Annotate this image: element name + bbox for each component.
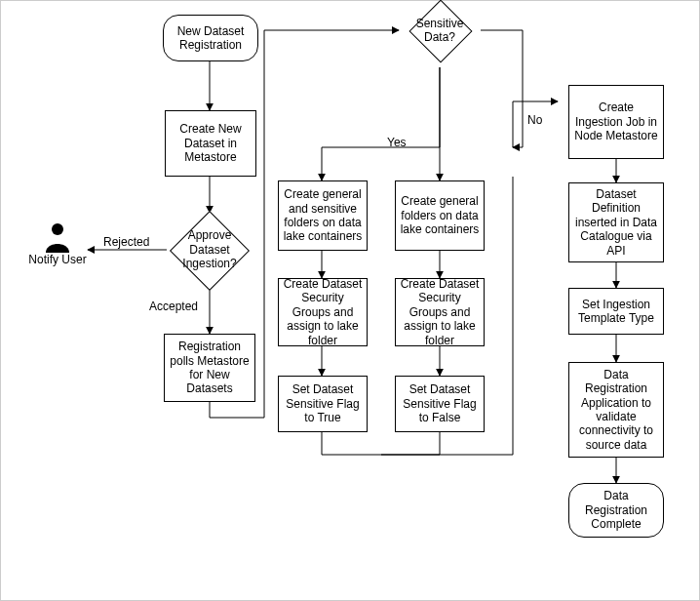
node-validate-label: Data Registration Application to validat… (573, 368, 659, 452)
node-yes-groups: Create Dataset Security Groups and assig… (278, 278, 368, 346)
edge-yes-label: Yes (387, 136, 407, 149)
node-create-job: Create Ingestion Job in Node Metastore (568, 85, 664, 159)
node-create-dataset-label: Create New Dataset in Metastore (170, 122, 252, 164)
actor-notify-user-label: Notify User (24, 253, 91, 266)
node-set-template: Set Ingestion Template Type (568, 288, 664, 335)
svg-point-0 (52, 223, 63, 235)
node-complete: Data Registration Complete (568, 483, 664, 538)
node-complete-label: Data Registration Complete (573, 489, 659, 531)
node-create-job-label: Create Ingestion Job in Node Metastore (573, 100, 659, 142)
user-icon (44, 221, 71, 253)
node-approve-label: Approve Dataset Ingestion? (169, 228, 251, 270)
edge-rejected-label: Rejected (103, 235, 149, 249)
node-poll-metastore: Registration polls Metastore for New Dat… (164, 334, 255, 402)
node-approve-decision: Approve Dataset Ingestion? (167, 213, 253, 287)
node-yes-flag-label: Set Dataset Sensitive Flag to True (283, 382, 363, 424)
node-sensitive-decision: Sensitive Data? (399, 1, 481, 60)
node-no-folders-label: Create general folders on data lake cont… (400, 194, 480, 236)
node-no-flag-label: Set Dataset Sensitive Flag to False (400, 382, 480, 424)
node-set-template-label: Set Ingestion Template Type (573, 298, 659, 326)
edge-accepted-label: Accepted (149, 300, 198, 313)
node-start-label: New Dataset Registration (168, 24, 253, 53)
node-yes-folders: Create general and sensitive folders on … (278, 180, 368, 251)
node-catalogue-label: Dataset Definition inserted in Data Cata… (573, 187, 659, 258)
node-poll-label: Registration polls Metastore for New Dat… (169, 340, 251, 396)
node-no-groups-label: Create Dataset Security Groups and assig… (400, 277, 480, 347)
actor-notify-user: Notify User (24, 221, 91, 266)
node-catalogue: Dataset Definition inserted in Data Cata… (568, 182, 664, 262)
node-validate: Data Registration Application to validat… (568, 362, 664, 458)
flowchart-canvas: New Dataset Registration Create New Data… (0, 0, 700, 601)
node-no-flag: Set Dataset Sensitive Flag to False (395, 376, 485, 432)
node-start: New Dataset Registration (163, 15, 258, 61)
node-no-folders: Create general folders on data lake cont… (395, 180, 485, 251)
node-sensitive-label: Sensitive Data? (401, 17, 479, 45)
node-no-groups: Create Dataset Security Groups and assig… (395, 278, 485, 346)
node-yes-folders-label: Create general and sensitive folders on … (283, 187, 363, 244)
edge-no-label: No (527, 113, 542, 127)
node-create-dataset: Create New Dataset in Metastore (165, 110, 256, 177)
node-yes-groups-label: Create Dataset Security Groups and assig… (283, 277, 363, 347)
node-yes-flag: Set Dataset Sensitive Flag to True (278, 376, 368, 432)
